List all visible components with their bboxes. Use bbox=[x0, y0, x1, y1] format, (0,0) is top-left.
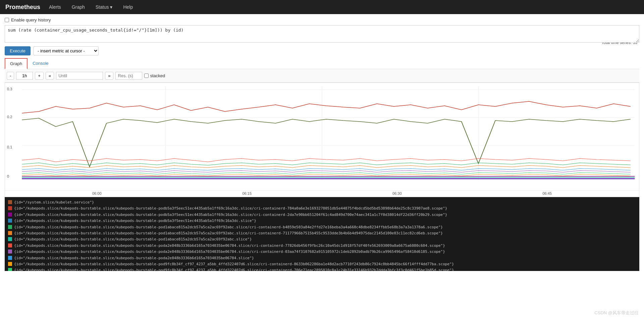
svg-rect-7 bbox=[22, 178, 635, 179]
tab-console[interactable]: Console bbox=[28, 58, 54, 69]
y-label-02: 0.2 bbox=[7, 115, 12, 119]
legend-text: {id="/kubepods.slice/kubepods-burstable.… bbox=[14, 243, 445, 248]
execute-button[interactable]: Execute bbox=[5, 46, 31, 55]
legend-color bbox=[8, 268, 12, 271]
legend-color bbox=[8, 243, 12, 247]
legend-color bbox=[8, 206, 12, 210]
next-button[interactable]: » bbox=[105, 72, 113, 80]
x-axis-labels: 06:00 06:15 06:30 06:45 bbox=[5, 190, 639, 197]
graph-area: 0.3 0.2 0.1 0 bbox=[5, 83, 639, 197]
legend-color bbox=[8, 231, 12, 235]
legend-text: {id="/kubepods.slice/kubepods-burstable.… bbox=[14, 231, 443, 236]
y-label-03: 0.3 bbox=[7, 87, 12, 91]
legend-text: {id="/kubepods.slice/kubepods-burstable.… bbox=[14, 212, 447, 217]
prev-button[interactable]: « bbox=[46, 72, 54, 80]
legend-text: {id="/system.slice/kubelet.service"} bbox=[14, 200, 94, 205]
graph-controls: - + « » stacked bbox=[5, 69, 639, 83]
stacked-label[interactable]: stacked bbox=[144, 73, 165, 78]
legend-text: {id="/kubepods.slice/kubepods-burstable.… bbox=[14, 256, 254, 261]
legend-item[interactable]: {id="/kubepods.slice/kubepods-burstable.… bbox=[8, 262, 636, 267]
stacked-checkbox[interactable] bbox=[144, 74, 149, 78]
until-input[interactable] bbox=[56, 72, 103, 80]
query-history-checkbox[interactable] bbox=[5, 18, 9, 22]
y-label-0: 0 bbox=[7, 174, 9, 178]
legend-item[interactable]: {id="/kubepods.slice/kubepods-burstable.… bbox=[8, 243, 636, 248]
legend-item[interactable]: {id="/kubepods.slice/kubepods-burstable.… bbox=[8, 225, 636, 230]
legend-item[interactable]: {id="/kubepods.slice/kubepods-burstable.… bbox=[8, 249, 636, 254]
x-label-4: 06:45 bbox=[542, 191, 552, 195]
toolbar-row: Execute - insert metric at cursor - bbox=[5, 46, 639, 55]
legend-item[interactable]: {id="/kubepods.slice/kubepods-burstable.… bbox=[8, 268, 636, 271]
navbar-alerts[interactable]: Alerts bbox=[47, 0, 63, 14]
x-label-2: 06:15 bbox=[242, 191, 252, 195]
y-label-01: 0.1 bbox=[7, 145, 12, 149]
legend-item[interactable]: {id="/kubepods.slice/kubepods-burstable.… bbox=[8, 237, 636, 242]
tabs-row: Graph Console bbox=[5, 58, 639, 69]
legend-item[interactable]: {id="/kubepods.slice/kubepods-burstable.… bbox=[8, 218, 636, 223]
legend-item[interactable]: {id="/system.slice/kubelet.service"} bbox=[8, 200, 636, 205]
duration-input[interactable] bbox=[16, 72, 33, 80]
stacked-text: stacked bbox=[150, 73, 165, 78]
res-input[interactable] bbox=[115, 72, 142, 80]
query-wrapper: sum (rate (container_cpu_usage_seconds_t… bbox=[5, 25, 639, 44]
legend-color bbox=[8, 237, 12, 241]
navbar-brand[interactable]: Prometheus bbox=[5, 4, 40, 11]
legend-text: {id="/kubepods.slice/kubepods-burstable.… bbox=[14, 225, 443, 230]
navbar: Prometheus Alerts Graph Status ▾ Help bbox=[0, 0, 644, 14]
legend-color bbox=[8, 256, 12, 260]
legend-item[interactable]: {id="/kubepods.slice/kubepods-burstable.… bbox=[8, 206, 636, 211]
zoom-out-button[interactable]: - bbox=[7, 72, 14, 80]
legend-text: {id="/kubepods.slice/kubepods-burstable.… bbox=[14, 249, 445, 254]
x-label-3: 06:30 bbox=[392, 191, 402, 195]
legend-color bbox=[8, 262, 12, 266]
insert-metric-select[interactable]: - insert metric at cursor - bbox=[33, 46, 99, 55]
legend-text: {id="/kubepods.slice/kubepods-burstable.… bbox=[14, 268, 454, 271]
legend-color bbox=[8, 219, 12, 223]
chevron-down-icon: ▾ bbox=[110, 4, 112, 10]
legend-color bbox=[8, 225, 12, 229]
legend-color bbox=[8, 200, 12, 204]
zoom-in-button[interactable]: + bbox=[35, 72, 44, 80]
legend-item[interactable]: {id="/kubepods.slice/kubepods-burstable.… bbox=[8, 231, 636, 236]
legend-text: {id="/kubepods.slice/kubepods-burstable.… bbox=[14, 218, 256, 223]
legend-color bbox=[8, 213, 12, 217]
query-history-label[interactable]: Enable query history bbox=[11, 17, 51, 22]
graph-svg bbox=[5, 83, 639, 190]
legend-area: {id="/system.slice/kubelet.service"}{id=… bbox=[5, 197, 639, 271]
navbar-graph[interactable]: Graph bbox=[70, 0, 87, 14]
query-history-row: Enable query history bbox=[5, 17, 639, 22]
tab-graph[interactable]: Graph bbox=[5, 58, 28, 69]
legend-text: {id="/kubepods.slice/kubepods-burstable.… bbox=[14, 206, 447, 211]
legend-text: {id="/kubepods.slice/kubepods-burstable.… bbox=[14, 237, 252, 242]
navbar-status[interactable]: Status ▾ bbox=[94, 0, 115, 14]
navbar-help[interactable]: Help bbox=[121, 0, 135, 14]
query-input[interactable]: sum (rate (container_cpu_usage_seconds_t… bbox=[5, 25, 639, 43]
legend-color bbox=[8, 249, 12, 254]
legend-item[interactable]: {id="/kubepods.slice/kubepods-burstable.… bbox=[8, 256, 636, 261]
legend-item[interactable]: {id="/kubepods.slice/kubepods-burstable.… bbox=[8, 212, 636, 217]
legend-text: {id="/kubepods.slice/kubepods-burstable.… bbox=[14, 262, 454, 267]
x-label-1: 06:00 bbox=[92, 191, 102, 195]
